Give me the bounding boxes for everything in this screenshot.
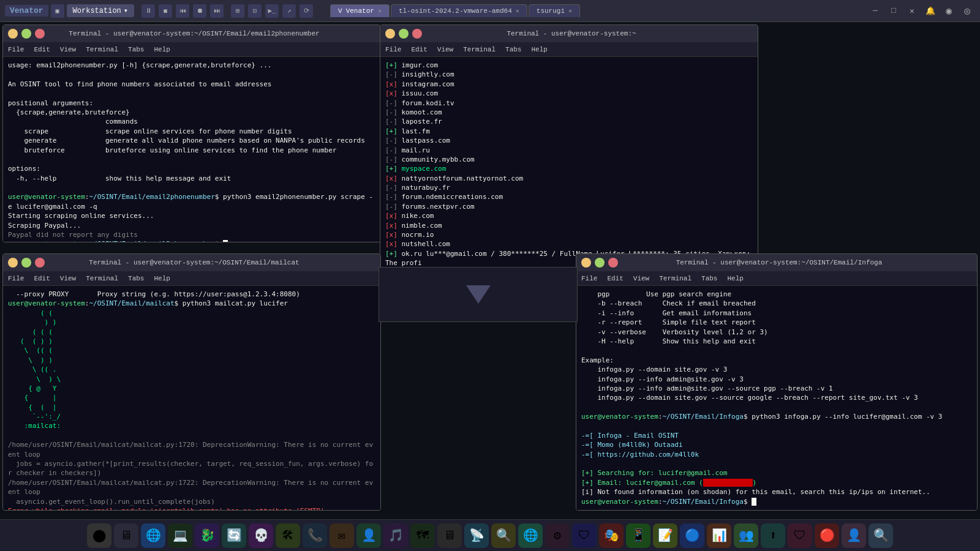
menu-help-3[interactable]: Help xyxy=(154,275,170,282)
menu-edit-2[interactable]: Edit xyxy=(411,46,427,53)
menu-tabs-1[interactable]: Tabs xyxy=(128,46,144,53)
tab-tl-osint[interactable]: tl-osint-2024.2-vmware-amd64 ✕ xyxy=(391,4,527,17)
dock-icon-vpn[interactable]: 🐉 xyxy=(195,523,219,548)
minimize-btn-4[interactable] xyxy=(581,258,591,268)
dock-icon-music[interactable]: 🎵 xyxy=(383,523,408,548)
menu-tabs-4[interactable]: Tabs xyxy=(701,275,717,282)
terminal-btn[interactable]: ▶_ xyxy=(265,4,279,18)
menu-view-4[interactable]: View xyxy=(633,275,649,282)
display-btn[interactable]: ⊞ xyxy=(231,4,244,18)
dock-icon-group[interactable]: 👥 xyxy=(734,523,758,548)
menu-file-3[interactable]: File xyxy=(8,275,24,282)
dock-icon-shield2[interactable]: 🛡 xyxy=(788,523,812,548)
window-close-icon[interactable]: ✕ xyxy=(905,4,919,18)
menu-file-1[interactable]: File xyxy=(8,46,24,53)
window-maximize-icon[interactable]: □ xyxy=(887,4,900,18)
dock-icon-screen[interactable]: 🖥 xyxy=(437,523,462,548)
menu-tabs-2[interactable]: Tabs xyxy=(505,46,521,53)
menu-view-3[interactable]: View xyxy=(60,275,76,282)
dock-icon-red[interactable]: 🔴 xyxy=(815,523,839,548)
dock-icon-browser[interactable]: 🌐 xyxy=(141,523,165,548)
tab-venator[interactable]: V Venator ✕ xyxy=(330,4,390,17)
dock-icon-phone[interactable]: 📞 xyxy=(303,523,327,548)
dock-icon-monitor[interactable]: 🖥 xyxy=(114,523,138,548)
dock-icon-avatar[interactable]: 👤 xyxy=(842,523,866,548)
venator-logo[interactable]: Venator xyxy=(5,5,48,17)
menu-terminal-4[interactable]: Terminal xyxy=(659,275,692,282)
maximize-btn-1[interactable] xyxy=(21,29,31,39)
maximize-btn-3[interactable] xyxy=(21,258,31,268)
dock-icon-shield[interactable]: 🛡 xyxy=(572,523,597,548)
dock-icon-zoom[interactable]: 🔍 xyxy=(869,523,893,548)
email2phone-title: Terminal - user@venator-system:~/OSINT/E… xyxy=(48,30,340,37)
dock-icon-mask[interactable]: 🎭 xyxy=(599,523,624,548)
close-btn-2[interactable] xyxy=(412,29,422,39)
next-btn[interactable]: ⏭ xyxy=(210,4,224,18)
email2phone-titlebar[interactable]: Terminal - user@venator-system:~/OSINT/E… xyxy=(3,25,380,42)
dock-icon-search[interactable]: 🔍 xyxy=(491,523,516,548)
menu-edit-4[interactable]: Edit xyxy=(607,275,623,282)
dock-icon-user[interactable]: 👤 xyxy=(356,523,381,548)
menu-terminal-3[interactable]: Terminal xyxy=(86,275,118,282)
rec-btn[interactable]: ⏺ xyxy=(193,4,206,18)
tab-tl-osint-close[interactable]: ✕ xyxy=(516,7,519,15)
menu-terminal-1[interactable]: Terminal xyxy=(86,46,118,53)
terminal-icon[interactable]: ▣ xyxy=(51,4,64,18)
stop-btn[interactable]: ◼ xyxy=(159,4,172,18)
workstation-app[interactable]: Workstation ▾ xyxy=(67,4,134,17)
mailcat-titlebar[interactable]: Terminal - user@venator-system:~/OSINT/E… xyxy=(3,254,380,271)
bell-icon[interactable]: 🔔 xyxy=(924,4,937,18)
dock-icon-chart[interactable]: 📊 xyxy=(707,523,731,548)
menu-edit-1[interactable]: Edit xyxy=(34,46,50,53)
dock-icon-tool[interactable]: 🛠 xyxy=(276,523,300,548)
dock-icon-notepad[interactable]: 📝 xyxy=(653,523,677,548)
maximize-btn-4[interactable] xyxy=(595,258,605,268)
circle-icon1[interactable]: ◉ xyxy=(942,4,956,18)
close-btn-1[interactable] xyxy=(35,29,45,39)
menu-help-4[interactable]: Help xyxy=(727,275,743,282)
window-minimize-icon[interactable]: ─ xyxy=(869,4,882,18)
menu-view-2[interactable]: View xyxy=(437,46,453,53)
dock-icon-apps[interactable]: ⬤ xyxy=(87,523,111,548)
email2phone-content[interactable]: usage: email2phonenumber.py [-h] {scrape… xyxy=(3,57,380,242)
dock-icon-terminal[interactable]: 💻 xyxy=(168,523,192,548)
minimize-btn-3[interactable] xyxy=(8,258,18,268)
settings-btn2[interactable]: ⟳ xyxy=(300,4,313,18)
dock-icon-blue[interactable]: 🔵 xyxy=(680,523,704,548)
menu-help-1[interactable]: Help xyxy=(154,46,170,53)
dock-icon-network[interactable]: 📡 xyxy=(464,523,489,548)
tab-tsurugi-close[interactable]: ✕ xyxy=(568,7,572,15)
menu-file-2[interactable]: File xyxy=(385,46,401,53)
minimize-btn-2[interactable] xyxy=(385,29,395,39)
circle-icon2[interactable]: ◎ xyxy=(960,4,974,18)
dock-icon-upload[interactable]: ⬆ xyxy=(761,523,785,548)
dock-icon-map[interactable]: 🗺 xyxy=(410,523,435,548)
menu-help-2[interactable]: Help xyxy=(531,46,547,53)
dock-icon-skull[interactable]: 💀 xyxy=(249,523,273,548)
venator-titlebar[interactable]: Terminal - user@venator-system:~ xyxy=(380,25,758,42)
tab-tsurugi[interactable]: tsurugi ✕ xyxy=(529,4,580,17)
minimize-btn-1[interactable] xyxy=(8,29,18,39)
menu-file-4[interactable]: File xyxy=(581,275,597,282)
venator-results[interactable]: [+] imgur.com [-] insightly.com [x] inst… xyxy=(380,57,758,269)
menu-view-1[interactable]: View xyxy=(60,46,76,53)
maximize-btn-2[interactable] xyxy=(399,29,409,39)
share-btn[interactable]: ↗ xyxy=(282,4,296,18)
pause-btn[interactable]: ⏸ xyxy=(141,4,155,18)
tab-venator-close[interactable]: ✕ xyxy=(378,7,382,15)
menu-terminal-2[interactable]: Terminal xyxy=(463,46,496,53)
dock-icon-update[interactable]: 🔄 xyxy=(222,523,246,548)
dock-icon-globe[interactable]: 🌐 xyxy=(518,523,543,548)
infoga-titlebar[interactable]: Terminal - user@venator-system:~/OSINT/E… xyxy=(576,254,977,271)
layout-btn[interactable]: ⊡ xyxy=(248,4,262,18)
close-btn-4[interactable] xyxy=(608,258,618,268)
menu-tabs-3[interactable]: Tabs xyxy=(128,275,144,282)
close-btn-3[interactable] xyxy=(35,258,45,268)
mailcat-content[interactable]: --proxy PROXY Proxy string (e.g. https:/… xyxy=(3,286,380,510)
dock-icon-gear[interactable]: ⚙ xyxy=(545,523,570,548)
dock-icon-email[interactable]: ✉ xyxy=(330,523,354,548)
menu-edit-3[interactable]: Edit xyxy=(34,275,50,282)
infoga-content[interactable]: pgp Use pgp search engine -b --breach Ch… xyxy=(576,286,977,510)
prev-btn[interactable]: ⏮ xyxy=(176,4,189,18)
dock-icon-mobile[interactable]: 📱 xyxy=(626,523,650,548)
